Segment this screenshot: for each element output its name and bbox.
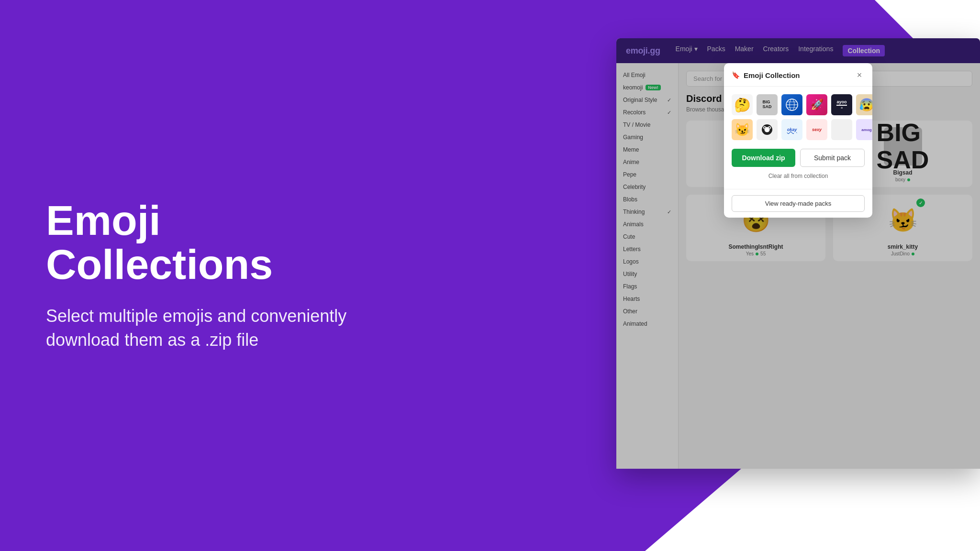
modal-actions: Download zip Submit pack [732, 149, 865, 167]
modal-body: 🤔 BIGSAD 🚀 ayoo≡ [724, 87, 872, 189]
modal-header: 🔖 Emoji Collection × [724, 63, 872, 87]
modal-overlay: 🔖 Emoji Collection × 🤔 BIGSAD [616, 38, 980, 469]
view-packs-button[interactable]: View ready-made packs [732, 195, 865, 212]
coll-emoji-ayoo[interactable]: ayoo≡ [831, 94, 852, 115]
modal-footer: View ready-made packs [724, 189, 872, 218]
coll-emoji-cat[interactable]: 😼 [732, 119, 753, 140]
coll-emoji-thinking[interactable]: 🤔 [732, 94, 753, 115]
left-panel: Emoji Collections Select multiple emojis… [46, 198, 362, 353]
svg-point-10 [769, 127, 770, 129]
collection-modal: 🔖 Emoji Collection × 🤔 BIGSAD [724, 63, 872, 218]
coll-emoji-globe[interactable] [781, 94, 802, 115]
coll-emoji-okay[interactable]: okay [781, 119, 802, 140]
coll-emoji-amog[interactable]: amog [856, 119, 872, 140]
coll-emoji-sexy[interactable]: sexy [806, 119, 827, 140]
coll-emoji-rocket[interactable]: 🚀 [806, 94, 827, 115]
submit-pack-button[interactable]: Submit pack [800, 149, 865, 167]
browser-mockup: emoji.gg Emoji ▾ Packs Maker Creators In… [616, 38, 980, 469]
page-headline: Emoji Collections [46, 198, 362, 287]
coll-emoji-stressed[interactable]: 😰 [856, 94, 872, 115]
bookmark-icon: 🔖 [732, 71, 740, 79]
page-description: Select multiple emojis and conveniently … [46, 304, 362, 353]
coll-emoji-swirl[interactable] [757, 119, 778, 140]
download-zip-button[interactable]: Download zip [732, 149, 795, 167]
clear-collection-link[interactable]: Clear all from collection [732, 173, 865, 179]
modal-title: 🔖 Emoji Collection [732, 71, 800, 79]
coll-emoji-empty [831, 119, 852, 140]
modal-close-button[interactable]: × [854, 70, 865, 80]
emoji-collection-grid: 🤔 BIGSAD 🚀 ayoo≡ [732, 94, 865, 140]
coll-emoji-bigsad[interactable]: BIGSAD [757, 94, 778, 115]
svg-point-9 [764, 127, 766, 129]
